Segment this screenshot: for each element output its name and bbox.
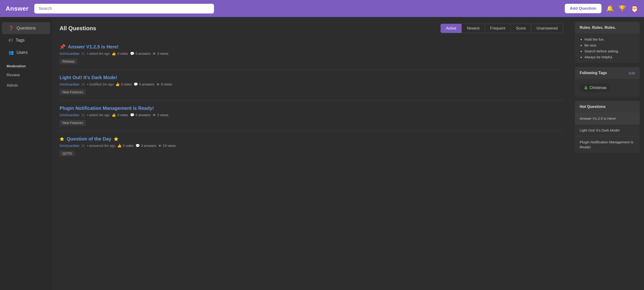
- list-item: Hold the fun.: [584, 37, 635, 41]
- page-header: All Questions Active Newest Frequent Sco…: [60, 24, 563, 33]
- views-count: 23 views: [163, 144, 176, 148]
- logo: Answer: [6, 5, 28, 12]
- sidebar-item-users[interactable]: 👥 Users: [2, 46, 50, 58]
- votes-stat: 👍 0 votes: [115, 82, 132, 86]
- table-row: 📌 Answer V1.2.5 is Here! GrinGuardian 21…: [60, 39, 563, 70]
- votes-count: 0 votes: [117, 113, 128, 117]
- avatar[interactable]: 🎅: [631, 5, 638, 12]
- hot-questions-widget: Hot Questions Answer V1.2.5 is Here! Lig…: [575, 101, 640, 153]
- star-suffix-icon: ⭐: [114, 137, 118, 141]
- hot-questions-header: Hot Questions: [575, 101, 640, 113]
- thumbs-up-icon: 👍: [112, 51, 116, 56]
- add-question-button[interactable]: Add Question: [565, 4, 602, 13]
- sidebar-label-users: Users: [16, 50, 28, 55]
- filter-tab-score[interactable]: Score: [511, 24, 531, 33]
- question-title-row: Plugin Notification Management is Ready!: [60, 106, 563, 111]
- question-title-row: 📌 Answer V1.2.5 is Here!: [60, 44, 563, 50]
- main-content: All Questions Active Newest Frequent Sco…: [52, 17, 571, 290]
- question-tags: QOTD: [60, 151, 563, 156]
- notification-icon[interactable]: 🔔: [606, 5, 614, 12]
- question-title[interactable]: Question of the Day: [67, 136, 111, 142]
- eye-icon: 👁: [158, 144, 162, 148]
- page-title: All Questions: [60, 25, 96, 32]
- tag-new-features[interactable]: New Features: [60, 89, 86, 95]
- tag-release[interactable]: Release: [60, 58, 77, 64]
- search-input[interactable]: [34, 4, 214, 13]
- question-title[interactable]: Answer V1.2.5 is Here!: [68, 44, 119, 50]
- views-stat: 👁 8 views: [156, 82, 172, 86]
- tags-icon: 🏷: [8, 38, 13, 43]
- question-tags: Release: [60, 58, 563, 64]
- question-title[interactable]: Light Out! It's Dark Mode!: [60, 75, 117, 80]
- answers-stat: 💬 3 answers: [136, 144, 156, 148]
- rules-list: Hold the fun. Be nice. Search before ask…: [580, 37, 635, 59]
- christmas-tree-icon: 🎄: [584, 85, 588, 90]
- answers-count: 0 answers: [136, 52, 151, 55]
- views-stat: 👁 2 views: [152, 113, 168, 117]
- list-item: Be nice.: [584, 43, 635, 47]
- hot-questions-title: Hot Questions: [580, 105, 606, 109]
- question-title-row: Light Out! It's Dark Mode!: [60, 75, 563, 80]
- list-item: Search before asking.: [584, 49, 635, 53]
- edit-tags-link[interactable]: Edit: [629, 71, 635, 75]
- answers-stat: 💬 0 answers: [130, 51, 151, 56]
- votes-count: 0 votes: [117, 52, 128, 55]
- question-tags: New Features: [60, 120, 563, 126]
- votes-stat: 👍 0 votes: [117, 144, 134, 148]
- filter-tab-active[interactable]: Active: [441, 24, 462, 33]
- tag-qotd[interactable]: QOTD: [60, 151, 75, 156]
- list-item[interactable]: Answer V1.2.5 is Here!: [575, 113, 640, 124]
- users-icon: 👥: [8, 50, 14, 55]
- question-author[interactable]: GrinGuardian: [60, 113, 80, 117]
- question-meta: GrinGuardian 21 • asked 3m ago 👍 0 votes…: [60, 113, 563, 117]
- tag-new-features[interactable]: New Features: [60, 120, 86, 126]
- rules-widget-header: Rules. Rules. Rules.: [575, 22, 640, 33]
- moderation-section-label: Moderation: [0, 59, 52, 70]
- comment-icon: 💬: [130, 51, 134, 56]
- sidebar: ❓ Questions 🏷 Tags 👥 Users Moderation Re…: [0, 17, 52, 290]
- question-action: • asked 3m ago: [87, 113, 110, 117]
- filter-tab-newest[interactable]: Newest: [462, 24, 485, 33]
- question-title[interactable]: Plugin Notification Management is Ready!: [60, 106, 154, 111]
- filter-tab-frequent[interactable]: Frequent: [485, 24, 511, 33]
- views-stat: 👁 3 views: [152, 52, 168, 56]
- votes-count: 0 votes: [121, 82, 132, 86]
- thumbs-up-icon: 👍: [115, 82, 120, 86]
- rules-title: Rules. Rules. Rules.: [580, 25, 616, 30]
- question-author[interactable]: GrinGuardian: [60, 82, 80, 86]
- sidebar-label-questions: Questions: [16, 26, 36, 31]
- comment-icon: 💬: [130, 113, 134, 117]
- thumbs-up-icon: 👍: [117, 144, 122, 148]
- table-row: ⭐ Question of the Day ⭐ GrinGuardian 21 …: [60, 131, 563, 162]
- question-action: • modified 2m ago: [87, 82, 114, 86]
- question-author[interactable]: GrinGuardian: [60, 144, 80, 148]
- question-meta: GrinGuardian 21 • modified 2m ago 👍 0 vo…: [60, 82, 563, 86]
- list-item[interactable]: Light Out! It's Dark Mode!: [575, 124, 640, 136]
- answers-count: 0 answers: [136, 113, 151, 117]
- following-tags-header: Following Tags Edit: [575, 67, 640, 79]
- filter-tabs: Active Newest Frequent Score Unanswered: [440, 24, 563, 33]
- views-count: 8 views: [161, 82, 172, 86]
- sidebar-item-admin[interactable]: Admin: [0, 80, 52, 91]
- right-sidebar: Rules. Rules. Rules. Hold the fun. Be ni…: [571, 17, 644, 290]
- comment-icon: 💬: [134, 82, 138, 86]
- views-count: 2 views: [157, 113, 168, 117]
- following-tags-body: 🎄 Christmas: [575, 79, 640, 97]
- following-tags-widget: Following Tags Edit 🎄 Christmas: [575, 67, 640, 97]
- question-meta: GrinGuardian 21 • answered 8m ago 👍 0 vo…: [60, 144, 563, 148]
- list-item: Always be helpful.: [584, 55, 635, 59]
- filter-tab-unanswered[interactable]: Unanswered: [531, 24, 563, 33]
- following-tags-title: Following Tags: [580, 71, 607, 75]
- following-tag-christmas[interactable]: 🎄 Christmas: [580, 84, 610, 92]
- answers-count: 0 answers: [139, 82, 154, 86]
- sidebar-item-review[interactable]: Review: [0, 70, 52, 80]
- votes-stat: 👍 0 votes: [112, 51, 128, 56]
- question-author[interactable]: GrinGuardian: [60, 52, 80, 55]
- review-label: Review: [6, 73, 20, 77]
- pin-icon: 📌: [60, 44, 66, 50]
- header-actions: Add Question 🔔 🏆 🎅: [565, 4, 638, 13]
- sidebar-item-questions[interactable]: ❓ Questions: [2, 22, 50, 34]
- sidebar-item-tags[interactable]: 🏷 Tags: [2, 34, 50, 46]
- trophy-icon[interactable]: 🏆: [618, 5, 626, 12]
- list-item[interactable]: Plugin Notification Management is Ready!: [575, 136, 640, 153]
